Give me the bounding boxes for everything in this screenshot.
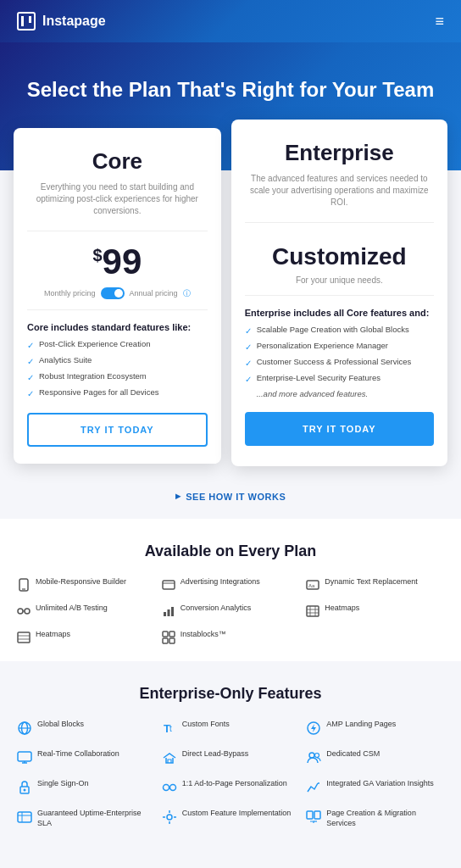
- monthly-label: Monthly pricing: [44, 289, 96, 298]
- svg-point-44: [167, 815, 172, 820]
- see-how-section: SEE HOW IT WORKS: [0, 466, 461, 519]
- avail-feature-analytics-text: Conversion Analytics: [181, 604, 252, 614]
- instablocks-icon: [162, 631, 175, 644]
- core-features-heading: Core includes standard features like:: [27, 322, 208, 332]
- avail-feature-instablocks: Instablocks™: [162, 630, 300, 644]
- svg-point-35: [315, 754, 319, 758]
- avail-feature-dynamic: Aa Dynamic Text Replacement: [306, 577, 444, 592]
- font-icon: T t: [162, 721, 177, 736]
- enterprise-cta-button[interactable]: TRY IT TODAY: [245, 412, 434, 446]
- ent-feat-lead-text: Direct Lead-Bypass: [182, 749, 249, 760]
- see-how-link[interactable]: SEE HOW IT WORKS: [175, 492, 286, 502]
- available-section-title: Available on Every Plan: [17, 542, 444, 560]
- avail-feature-instablocks-text: Instablocks™: [181, 630, 226, 640]
- toggle-switch[interactable]: [101, 287, 125, 299]
- ent-feat-csm-text: Dedicated CSM: [326, 749, 380, 760]
- avail-feature-heatmap2-text: Heatmaps: [36, 630, 70, 640]
- svg-marker-30: [311, 724, 316, 732]
- heatmap2-icon: [17, 631, 31, 644]
- ent-feat-ga: Integrated GA Variation Insights: [306, 779, 444, 795]
- ent-feature-1: ✓Scalable Page Creation with Global Bloc…: [245, 325, 434, 337]
- svg-rect-50: [314, 811, 320, 819]
- ent-feat-collab: Real-Time Collaboration: [17, 749, 155, 765]
- svg-rect-11: [171, 607, 174, 616]
- svg-rect-21: [169, 632, 175, 637]
- check-icon: ✓: [27, 356, 34, 367]
- logo-text: Instapage: [42, 14, 106, 29]
- enterprise-feature-list: ✓Scalable Page Creation with Global Bloc…: [245, 325, 434, 385]
- enterprise-plan-card: Enterprise The advanced features and ser…: [231, 120, 447, 466]
- ent-feat-migration: Page Creation & Migration Services: [306, 809, 444, 828]
- core-feature-2: ✓Analytics Suite: [27, 355, 208, 367]
- core-feature-4: ✓Responsive Pages for all Devices: [27, 387, 208, 399]
- svg-rect-2: [163, 581, 175, 589]
- avail-feature-heatmap-text: Heatmaps: [325, 604, 359, 614]
- svg-point-34: [309, 753, 314, 758]
- avail-feature-ab: Unlimited A/B Testing: [17, 604, 155, 618]
- enterprise-price-sublabel: For your unique needs.: [245, 275, 434, 285]
- svg-rect-9: [164, 612, 166, 616]
- ent-feat-lead: Direct Lead-Bypass: [162, 749, 300, 765]
- core-feature-1: ✓Post-Click Experience Creation: [27, 339, 208, 351]
- core-plan-description: Everything you need to start building an…: [27, 181, 208, 217]
- sso-icon: [17, 780, 32, 795]
- avail-feature-mobile: Mobile-Responsive Builder: [17, 577, 155, 592]
- core-currency: $: [92, 246, 102, 264]
- available-section: Available on Every Plan Mobile-Responsiv…: [0, 519, 461, 661]
- adpage-icon: [162, 780, 177, 795]
- plans-section: Core Everything you need to start buildi…: [0, 128, 461, 466]
- svg-point-37: [24, 789, 26, 792]
- ent-feat-amp-text: AMP Landing Pages: [326, 720, 396, 730]
- avail-feature-heatmap: Heatmaps: [306, 604, 444, 618]
- svg-rect-20: [163, 632, 168, 637]
- ent-feat-ga-text: Integrated GA Variation Insights: [326, 779, 433, 789]
- menu-icon[interactable]: ≡: [435, 13, 444, 31]
- ent-feat-csm: Dedicated CSM: [306, 749, 444, 765]
- logo-icon: [17, 12, 36, 31]
- ent-feature-4: ✓Enterprise-Level Security Features: [245, 373, 434, 385]
- hero-title: Select the Plan That's Right for Your Te…: [17, 76, 444, 103]
- annual-info-icon: ⓘ: [183, 288, 191, 299]
- avail-feature-advertising-text: Advertising Integrations: [181, 577, 260, 587]
- avail-feature-heatmap2: Heatmaps: [17, 630, 155, 644]
- svg-point-7: [25, 609, 30, 614]
- check-icon: ✓: [245, 374, 252, 385]
- ent-feat-adpage: 1:1 Ad-to-Page Personalization: [162, 779, 300, 795]
- mobile-icon: [17, 578, 31, 592]
- ent-feat-fonts: T t Custom Fonts: [162, 720, 300, 736]
- core-price: $99: [27, 242, 208, 282]
- ent-feat-uptime: Guaranteed Uptime-Enterprise SLA: [17, 809, 155, 828]
- core-cta-button[interactable]: TRY IT TODAY: [27, 413, 208, 447]
- check-icon: ✓: [245, 358, 252, 369]
- header: Instapage ≡: [0, 0, 461, 42]
- heatmap-icon: [306, 604, 319, 618]
- svg-rect-49: [307, 811, 313, 819]
- core-feature-list: ✓Post-Click Experience Creation ✓Analyti…: [27, 339, 208, 399]
- check-icon: ✓: [245, 326, 252, 337]
- globe-icon: [17, 721, 32, 736]
- ent-feat-migration-text: Page Creation & Migration Services: [326, 809, 444, 828]
- svg-rect-23: [169, 638, 175, 643]
- avail-feature-ab-text: Unlimited A/B Testing: [36, 604, 108, 614]
- collab-icon: [17, 750, 32, 765]
- avail-feature-mobile-text: Mobile-Responsive Builder: [36, 577, 126, 587]
- dynamic-text-icon: Aa: [306, 578, 319, 592]
- core-plan-card: Core Everything you need to start buildi…: [14, 128, 221, 464]
- check-icon: ✓: [245, 342, 252, 353]
- enterprise-features-section: Enterprise-Only Features Global Blocks T…: [0, 661, 461, 845]
- custom-impl-icon: [162, 810, 177, 825]
- avail-feature-analytics: Conversion Analytics: [162, 604, 300, 618]
- enterprise-plan-name: Enterprise: [245, 140, 434, 166]
- available-features-grid: Mobile-Responsive Builder Advertising In…: [17, 577, 444, 644]
- enterprise-features-heading: Enterprise includes all Core features an…: [245, 308, 434, 318]
- csm-icon: [306, 750, 321, 765]
- pricing-toggle[interactable]: Monthly pricing Annual pricing ⓘ: [27, 287, 208, 299]
- svg-rect-41: [18, 812, 31, 822]
- avail-feature-dynamic-text: Dynamic Text Replacement: [325, 577, 417, 587]
- ent-feat-custom-text: Custom Feature Implementation: [182, 809, 292, 819]
- lead-icon: [162, 750, 177, 765]
- ent-feature-2: ✓Personalization Experience Manager: [245, 341, 434, 353]
- ent-feat-global: Global Blocks: [17, 720, 155, 736]
- svg-rect-22: [163, 638, 168, 643]
- ent-feat-uptime-text: Guaranteed Uptime-Enterprise SLA: [37, 809, 155, 828]
